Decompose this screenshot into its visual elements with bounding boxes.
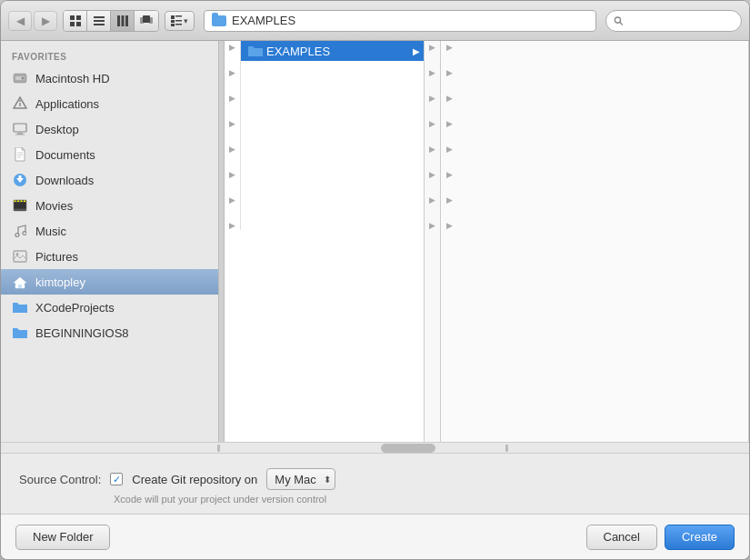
svg-point-44	[23, 232, 26, 235]
expand-arrow[interactable]: ▶	[446, 43, 453, 52]
source-control-dropdown[interactable]: My Mac GitHub	[266, 468, 335, 490]
expand-arrow[interactable]: ▶	[429, 43, 435, 52]
horizontal-scrollbar[interactable]	[1, 442, 749, 453]
sidebar-item-label: XCodeProjects	[35, 301, 115, 315]
svg-rect-13	[171, 15, 175, 19]
nav-buttons: ◀ ▶	[8, 11, 57, 31]
view-list-btn[interactable]	[87, 11, 111, 31]
svg-rect-14	[171, 20, 175, 23]
svg-rect-39	[15, 201, 16, 203]
svg-rect-17	[175, 20, 182, 22]
expand-arrow[interactable]: ▶	[446, 145, 453, 154]
expand-arrow[interactable]: ▶	[429, 94, 435, 103]
sidebar-item-label: BEGINNINGIOS8	[35, 326, 129, 340]
expand-arrow[interactable]: ▶	[446, 195, 453, 205]
search-box[interactable]	[605, 10, 742, 32]
new-folder-button[interactable]: New Folder	[15, 525, 110, 550]
arrange-button[interactable]: ▾	[165, 11, 195, 31]
sidebar: FAVORITES Macintosh HD	[1, 41, 219, 442]
sidebar-item-desktop[interactable]: Desktop	[1, 116, 218, 142]
svg-rect-12	[149, 17, 153, 24]
expand-arrow[interactable]: ▶	[446, 221, 453, 230]
sidebar-item-movies[interactable]: Movies	[1, 193, 218, 218]
sidebar-item-label: Downloads	[35, 174, 94, 187]
bottom-bar: New Folder Cancel Create	[1, 514, 749, 559]
documents-icon	[12, 146, 28, 163]
sidebar-item-beginningios8[interactable]: BEGINNINGIOS8	[1, 320, 218, 345]
create-button[interactable]: Create	[665, 525, 735, 550]
svg-rect-40	[17, 201, 19, 203]
expand-arrow[interactable]: ▶	[429, 68, 435, 77]
sidebar-item-pictures[interactable]: Pictures	[1, 244, 218, 269]
expand-arrow[interactable]: ▶	[229, 119, 235, 128]
forward-button[interactable]: ▶	[34, 11, 57, 31]
expand-arrow[interactable]: ▶	[229, 68, 235, 77]
cancel-button[interactable]: Cancel	[586, 525, 657, 550]
expand-arrow[interactable]: ▶	[429, 195, 435, 205]
sidebar-item-documents[interactable]: Documents	[1, 142, 218, 167]
expand-arrow[interactable]: ▶	[229, 195, 235, 205]
action-buttons: Cancel Create	[586, 525, 735, 550]
music-icon	[12, 223, 28, 239]
path-control[interactable]: EXAMPLES	[204, 10, 596, 32]
browser-column-3: ▶ ▶ ▶ ▶ ▶ ▶ ▶ ▶	[441, 41, 749, 442]
sidebar-item-macintosh-hd[interactable]: Macintosh HD	[1, 65, 218, 91]
sidebar-item-label: Macintosh HD	[35, 72, 110, 85]
search-input[interactable]	[627, 15, 734, 27]
svg-rect-10	[143, 15, 150, 23]
expand-arrow[interactable]: ▶	[429, 119, 435, 128]
source-control-checkbox[interactable]: ✓	[110, 473, 123, 485]
sidebar-item-label: Desktop	[35, 123, 79, 136]
sidebar-item-xcodeprojects[interactable]: XCodeProjects	[1, 295, 218, 320]
arrange-arrow: ▾	[184, 16, 188, 25]
pictures-icon	[12, 248, 28, 265]
search-icon	[614, 15, 624, 26]
svg-rect-9	[125, 15, 128, 26]
sidebar-item-kimtopley[interactable]: kimtopley	[1, 269, 218, 295]
expand-arrow[interactable]: ▶	[446, 170, 453, 179]
svg-rect-47	[18, 285, 22, 288]
column-expand-arrow: ▶	[413, 46, 420, 56]
svg-rect-6	[94, 24, 105, 25]
expand-arrow[interactable]: ▶	[229, 170, 235, 179]
sidebar-item-label: kimtopley	[35, 275, 85, 289]
expand-arrow[interactable]: ▶	[446, 68, 453, 77]
svg-line-20	[620, 22, 623, 25]
expand-arrow[interactable]: ▶	[446, 119, 453, 128]
back-button[interactable]: ◀	[8, 11, 32, 31]
expand-arrow[interactable]: ▶	[429, 145, 435, 154]
favorites-label: FAVORITES	[1, 48, 218, 65]
view-column-btn[interactable]	[111, 11, 135, 31]
svg-rect-45	[14, 251, 26, 262]
expand-arrow[interactable]: ▶	[429, 221, 435, 230]
expand-arrow[interactable]: ▶	[446, 94, 453, 103]
expand-arrow[interactable]: ▶	[229, 94, 235, 103]
hdd-icon	[12, 70, 28, 86]
expand-arrow[interactable]: ▶	[229, 43, 235, 52]
svg-point-23	[22, 77, 25, 80]
folder-icon-beginning	[12, 325, 28, 341]
svg-rect-1	[76, 15, 81, 20]
sidebar-item-music[interactable]: Music	[1, 218, 218, 244]
expand-arrow[interactable]: ▶	[229, 221, 235, 230]
svg-point-25	[19, 100, 21, 102]
view-coverflow-btn[interactable]	[135, 11, 158, 31]
source-control-area: Source Control: ✓ Create Git repository …	[1, 453, 749, 514]
svg-rect-35	[19, 175, 22, 179]
svg-rect-7	[117, 15, 120, 26]
svg-rect-16	[175, 15, 182, 17]
column-item-label: EXAMPLES	[266, 45, 330, 58]
view-icon-btn[interactable]	[64, 11, 87, 31]
source-control-description: Create Git repository on	[132, 473, 257, 486]
sidebar-item-downloads[interactable]: Downloads	[1, 167, 218, 193]
column-item-examples[interactable]: EXAMPLES ▶	[241, 41, 424, 61]
view-buttons	[63, 10, 159, 32]
expand-arrow[interactable]: ▶	[229, 145, 235, 154]
sidebar-item-applications[interactable]: Applications	[1, 91, 218, 116]
svg-rect-29	[15, 135, 25, 135]
browser-column-2: ▶ ▶ ▶ ▶ ▶ ▶ ▶ ▶	[425, 41, 441, 442]
svg-point-43	[15, 234, 19, 237]
sidebar-item-label: Movies	[35, 199, 73, 213]
expand-arrow[interactable]: ▶	[429, 170, 435, 179]
main-area: FAVORITES Macintosh HD	[1, 41, 749, 442]
